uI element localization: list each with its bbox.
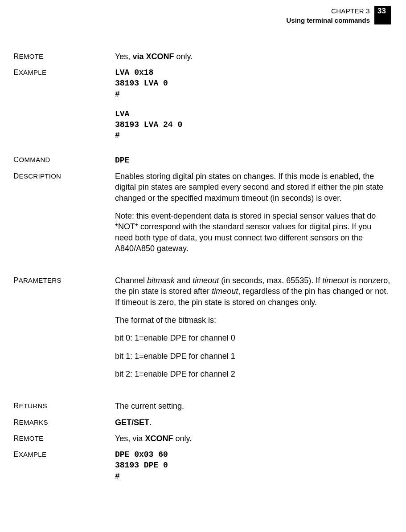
- parameters-p4: bit 1: 1=enable DPE for channel 1: [115, 351, 391, 361]
- row-parameters: PARAMETERS Channel bitmask and timeout (…: [13, 275, 391, 379]
- parameters-p2: The format of the bitmask is:: [115, 315, 391, 325]
- content-command: DPE: [115, 154, 391, 166]
- content-description: Enables storing digital pin states on ch…: [115, 171, 391, 254]
- section-title: Using terminal commands: [286, 16, 370, 24]
- row-description: DESCRIPTION Enables storing digital pin …: [13, 171, 391, 254]
- row-example: EXAMPLE LVA 0x18 38193 LVA 0 # LVA 38193…: [13, 67, 391, 141]
- code-block: LVA 38193 LVA 24 0 #: [115, 109, 391, 141]
- parameters-p3: bit 0: 1=enable DPE for channel 0: [115, 333, 391, 343]
- code-block: LVA 0x18 38193 LVA 0 #: [115, 67, 391, 100]
- content-example: DPE 0x03 60 38193 DPE 0 #: [115, 449, 391, 482]
- content-parameters: Channel bitmask and timeout (in seconds,…: [115, 275, 391, 379]
- row-remote: REMOTE Yes, via XCONF only.: [13, 51, 391, 62]
- row-remote: REMOTE Yes, via XCONF only.: [13, 433, 391, 444]
- label-remote: REMOTE: [13, 51, 115, 61]
- parameters-p5: bit 2: 1=enable DPE for channel 2: [115, 369, 391, 379]
- label-parameters: PARAMETERS: [13, 275, 115, 285]
- row-remarks: REMARKS GET/SET.: [13, 417, 391, 428]
- content-returns: The current setting.: [115, 401, 391, 411]
- content-example: LVA 0x18 38193 LVA 0 # LVA 38193 LVA 24 …: [115, 67, 391, 141]
- page-number: 33: [374, 6, 391, 24]
- label-example: EXAMPLE: [13, 449, 115, 459]
- header-text: CHAPTER 3 Using terminal commands: [286, 6, 374, 24]
- row-returns: RETURNS The current setting.: [13, 401, 391, 411]
- label-remarks: REMARKS: [13, 417, 115, 427]
- parameters-p1: Channel bitmask and timeout (in seconds,…: [115, 275, 391, 308]
- content-rows: REMOTE Yes, via XCONF only. EXAMPLE LVA …: [13, 51, 391, 482]
- label-example: EXAMPLE: [13, 67, 115, 77]
- chapter-label: CHAPTER 3: [286, 7, 370, 15]
- command-code: DPE: [115, 156, 129, 165]
- label-description: DESCRIPTION: [13, 171, 115, 181]
- content-remote: Yes, via XCONF only.: [115, 51, 391, 62]
- code-block: DPE 0x03 60 38193 DPE 0 #: [115, 449, 391, 482]
- row-command: COMMAND DPE: [13, 154, 391, 166]
- description-p2: Note: this event-dependent data is store…: [115, 211, 391, 254]
- content-remote: Yes, via XCONF only.: [115, 433, 391, 444]
- content-remarks: GET/SET.: [115, 417, 391, 428]
- label-returns: RETURNS: [13, 401, 115, 410]
- page: CHAPTER 3 Using terminal commands 33 REM…: [0, 0, 406, 532]
- label-command: COMMAND: [13, 154, 115, 164]
- label-remote: REMOTE: [13, 433, 115, 443]
- page-header: CHAPTER 3 Using terminal commands 33: [13, 6, 391, 24]
- row-example: EXAMPLE DPE 0x03 60 38193 DPE 0 #: [13, 449, 391, 482]
- description-p1: Enables storing digital pin states on ch…: [115, 171, 391, 203]
